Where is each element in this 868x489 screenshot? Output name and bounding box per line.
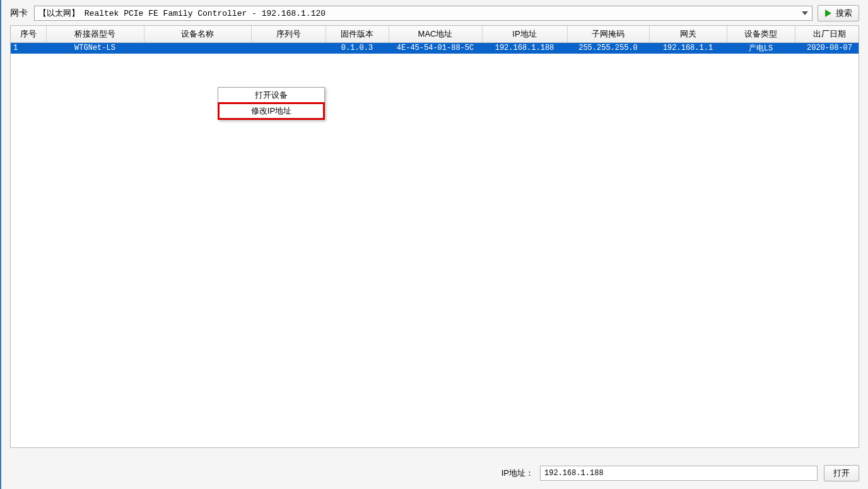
cell-mac: 4E-45-54-01-88-5C bbox=[389, 42, 482, 54]
nic-dropdown[interactable]: 【以太网】 Realtek PCIe FE Family Controller … bbox=[34, 6, 812, 21]
cell-firmware: 0.1.0.3 bbox=[326, 42, 389, 54]
open-button[interactable]: 打开 bbox=[824, 465, 859, 481]
col-device-name[interactable]: 设备名称 bbox=[144, 26, 251, 42]
nic-dropdown-value: 【以太网】 Realtek PCIe FE Family Controller … bbox=[38, 8, 326, 19]
col-model[interactable]: 桥接器型号 bbox=[46, 26, 144, 42]
col-mac[interactable]: MAC地址 bbox=[389, 26, 482, 42]
bottom-bar: IP地址： 打开 bbox=[501, 465, 859, 481]
ip-address-label: IP地址： bbox=[501, 468, 534, 479]
device-table-container: 序号 桥接器型号 设备名称 序列号 固件版本 MAC地址 IP地址 子网掩码 网… bbox=[10, 25, 859, 448]
menu-open-device[interactable]: 打开设备 bbox=[218, 88, 324, 103]
col-type[interactable]: 设备类型 bbox=[727, 26, 795, 42]
col-firmware[interactable]: 固件版本 bbox=[326, 26, 389, 42]
cell-type: 产电LS bbox=[727, 42, 795, 54]
col-ip[interactable]: IP地址 bbox=[482, 26, 567, 42]
col-serial[interactable]: 序列号 bbox=[251, 26, 326, 42]
col-mfg-date[interactable]: 出厂日期 bbox=[795, 26, 859, 42]
menu-set-ip[interactable]: 修改IP地址 bbox=[218, 102, 325, 120]
ip-address-input[interactable] bbox=[540, 466, 818, 481]
search-button-label: 搜索 bbox=[836, 8, 852, 19]
top-toolbar: 网卡 【以太网】 Realtek PCIe FE Family Controll… bbox=[1, 0, 868, 25]
chevron-down-icon bbox=[801, 9, 809, 18]
table-header-row: 序号 桥接器型号 设备名称 序列号 固件版本 MAC地址 IP地址 子网掩码 网… bbox=[11, 26, 859, 42]
cell-seq: 1 bbox=[11, 42, 46, 54]
device-table[interactable]: 序号 桥接器型号 设备名称 序列号 固件版本 MAC地址 IP地址 子网掩码 网… bbox=[11, 26, 859, 54]
cell-serial bbox=[251, 42, 326, 54]
cell-ip: 192.168.1.188 bbox=[482, 42, 567, 54]
col-seq[interactable]: 序号 bbox=[11, 26, 46, 42]
cell-model: WTGNet-LS bbox=[46, 42, 144, 54]
search-button[interactable]: 搜索 bbox=[818, 5, 859, 21]
cell-device-name bbox=[144, 42, 251, 54]
cell-gateway: 192.168.1.1 bbox=[649, 42, 727, 54]
context-menu: 打开设备 修改IP地址 bbox=[218, 87, 325, 120]
play-icon bbox=[824, 9, 832, 17]
col-gateway[interactable]: 网关 bbox=[649, 26, 727, 42]
cell-mask: 255.255.255.0 bbox=[567, 42, 649, 54]
nic-label: 网卡 bbox=[10, 8, 29, 19]
cell-mfg-date: 2020-08-07 bbox=[795, 42, 859, 54]
col-mask[interactable]: 子网掩码 bbox=[567, 26, 649, 42]
table-row[interactable]: 1 WTGNet-LS 0.1.0.3 4E-45-54-01-88-5C 19… bbox=[11, 42, 859, 54]
